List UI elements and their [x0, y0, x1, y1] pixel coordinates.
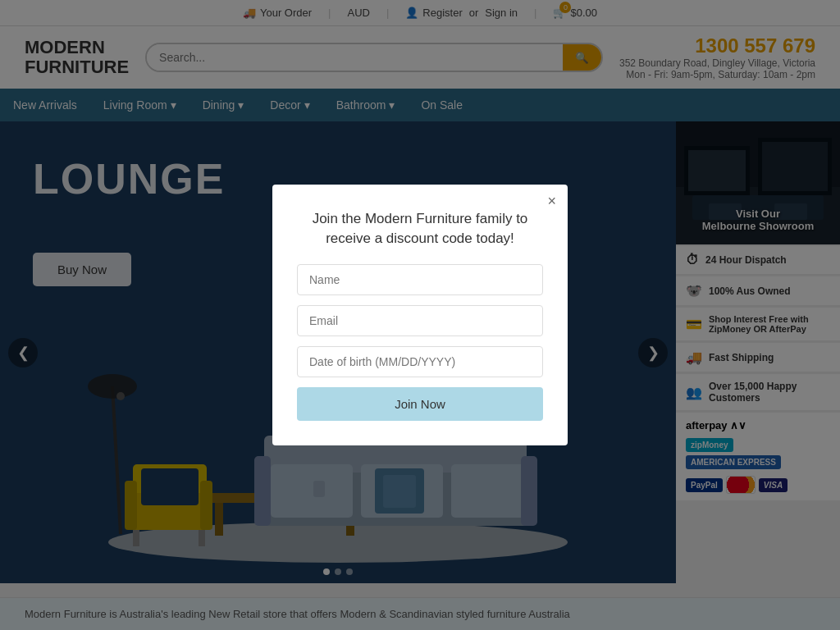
discount-modal: × Join the Modern Furniture family to re…: [272, 185, 568, 446]
modal-email-input[interactable]: [297, 305, 543, 336]
modal-overlay[interactable]: × Join the Modern Furniture family to re…: [0, 0, 840, 630]
modal-title: Join the Modern Furniture family to rece…: [297, 209, 543, 249]
modal-name-input[interactable]: [297, 264, 543, 295]
modal-close-button[interactable]: ×: [547, 193, 556, 210]
join-now-button[interactable]: Join Now: [297, 387, 543, 421]
modal-dob-input[interactable]: [297, 346, 543, 377]
